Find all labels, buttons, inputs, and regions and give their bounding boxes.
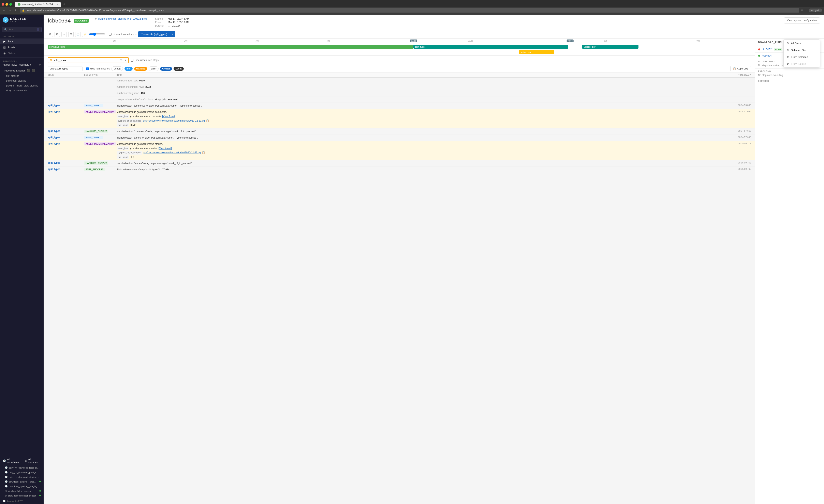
filter-critical-button[interactable]: Critical (160, 67, 172, 71)
schedule-item-3[interactable]: 🕐 download_pipeline__prod... (0, 479, 43, 484)
gantt-bar-upload-stor[interactable]: upload_stor (582, 45, 638, 48)
copy-path-icon-8[interactable]: 📋 (202, 151, 205, 154)
browser-chrome: download_pipeline fcb5c694... ✕ + ← → ↻ … (0, 0, 824, 15)
log-solid-10[interactable]: split_types (47, 168, 84, 170)
view-tags-button[interactable]: View tags and configuration (784, 17, 820, 23)
tab-close-icon[interactable]: ✕ (57, 3, 58, 6)
log-solid-9[interactable]: split_types (47, 161, 84, 164)
runs-icon: ▶ (3, 40, 6, 43)
log-path-link-8[interactable]: gs://hackernews-elementl-prod/stories/20… (143, 151, 201, 154)
minimize-button[interactable] (5, 3, 8, 6)
log-path-link-5[interactable]: gs://hackernews-elementl-prod/comments/2… (143, 119, 205, 123)
assets-icon: ◫ (3, 46, 6, 49)
gantt-zoom-slider[interactable] (89, 33, 105, 36)
hide-not-started-checkbox[interactable] (109, 33, 111, 36)
copy-path-icon-5[interactable]: 📋 (206, 119, 209, 123)
log-solid-7[interactable]: split_types (47, 136, 84, 139)
log-key-rowcount-5: row_count (117, 123, 129, 127)
filter-event-button[interactable]: Event (174, 67, 184, 71)
schedule-item-1[interactable]: 🕐 daily_hn_download_prod_s... (0, 470, 43, 475)
sidebar-item-pipeline-failure[interactable]: pipeline_failure_alert_pipeline (0, 83, 43, 88)
status-icon: ◉ (3, 52, 6, 55)
log-solid-4[interactable]: split_types (47, 104, 84, 107)
re-execute-button[interactable]: Re-execute (split_types) (138, 31, 170, 37)
log-solid-5[interactable]: split_types (47, 110, 84, 113)
log-badge-asset-mat-5: ASSET_MATERIALIZATION (84, 110, 116, 113)
run-pipeline-link[interactable]: Run of download_pipeline @ c4030b32: pro… (98, 17, 147, 20)
log-ts-6: 08:34:57.663 (719, 130, 751, 132)
gantt-bar-upload-co[interactable]: upload_co (519, 50, 554, 54)
maximize-button[interactable] (9, 3, 12, 6)
gantt-view-toggle-1[interactable]: ≡ (62, 32, 67, 37)
all-schedules-link[interactable]: All schedules (7, 458, 22, 464)
run-duration-row: Duration ⏱ 0:01:27 (155, 24, 189, 27)
re-execute-dropdown-button[interactable]: ▾ (170, 31, 175, 37)
repo-refresh-icon[interactable]: ↻ (39, 64, 41, 66)
step-input-wrapper: ⚙ ⇅ ▲ (47, 57, 129, 63)
log-search-input[interactable] (47, 66, 83, 71)
address-bar[interactable]: 🔒 demo.elementl.show/instance/runs/fcb5c… (20, 8, 799, 13)
filter-error-button[interactable]: Error (148, 67, 159, 71)
more-icon[interactable]: ⋮ (805, 8, 807, 12)
refresh-button[interactable]: ↻ (14, 8, 18, 12)
log-view-asset-5[interactable]: [View Asset] (162, 114, 175, 118)
search-box[interactable]: 🔍 Search... / (2, 27, 41, 32)
run-ended-value: Mar 17, 8:35:13 AM (168, 21, 189, 24)
new-tab-button[interactable]: + (62, 2, 67, 6)
sidebar-item-assets[interactable]: ◫ Assets (0, 44, 43, 50)
filter-warning-button[interactable]: Warning (134, 67, 147, 71)
sidebar-item-story-recommender[interactable]: story_recommender (0, 88, 43, 93)
gantt-bar-download-items[interactable]: download_items (47, 45, 413, 48)
gantt-zoom-fit-button[interactable]: ⊞ (47, 32, 53, 37)
run-item-id-0[interactable]: b810d742 (762, 48, 772, 51)
forward-button[interactable]: → (8, 8, 13, 12)
log-kv-rowcount-5: row_count 3972 (117, 123, 719, 127)
sidebar-item-runs[interactable]: ▶ Runs (0, 38, 43, 44)
schedule-item-0[interactable]: 🕐 daily_hn_download_local_sc... (0, 465, 43, 470)
hide-non-matches-checkbox[interactable] (86, 68, 89, 70)
gantt-view-toggle-2[interactable]: ⊞ (68, 32, 74, 37)
sidebar-item-download-pipeline[interactable]: download_pipeline (0, 79, 43, 83)
gantt-view-toggle-3[interactable]: 🕐 (75, 32, 81, 37)
schedule-item-label-6: story_recommender_sensor (8, 495, 38, 497)
schedule-item-5[interactable]: ◎ pipeline_failure_sensor (0, 489, 43, 493)
back-button[interactable]: ← (2, 8, 6, 12)
log-solid-8[interactable]: split_types (47, 142, 84, 145)
step-sort-asc-icon[interactable]: ⇅ (120, 58, 123, 62)
gantt-view-toggle-4[interactable]: ⚡ (82, 32, 87, 37)
gantt-bar-split-types[interactable]: split_types (413, 45, 568, 48)
dropdown-item-selected-step[interactable]: ↻ Selected Step (784, 46, 820, 53)
schedule-item-2[interactable]: 🕐 daily_hn_download_staging_... (0, 475, 43, 479)
star-icon[interactable]: ☆ (801, 8, 803, 12)
all-sensors-link[interactable]: All sensors (28, 458, 41, 464)
gantt-zoom-reset-button[interactable]: ⊟ (55, 32, 60, 37)
re-execute-dropdown-menu: ↻ All Steps ↻ Selected Step ↻ From Selec… (784, 39, 820, 68)
run-started-row: Started Mar 17, 8:33:46 AM (155, 17, 189, 20)
log-event-6: HANDLED_OUTPUT (84, 130, 117, 133)
step-sort-desc-icon[interactable]: ▲ (124, 58, 127, 62)
repo-selector[interactable]: hacker_news_repository ▾ ↻ (3, 64, 41, 66)
sidebar-item-status[interactable]: ◉ Status (0, 50, 43, 56)
run-item-id-1[interactable]: fcb5c694 (762, 54, 772, 57)
log-view-asset-8[interactable]: [View Asset] (159, 146, 172, 150)
sidebar-item-dbt-pipeline[interactable]: dbt_pipeline (0, 74, 43, 79)
step-filter-input[interactable] (54, 59, 119, 62)
log-ts-7: 08:34:57.660 (719, 136, 751, 138)
hide-unselected-checkbox[interactable] (131, 59, 133, 61)
filter-debug-button[interactable]: Debug (111, 67, 123, 71)
log-event-5: ASSET_MATERIALIZATION (84, 110, 117, 113)
active-tab[interactable]: download_pipeline fcb5c694... ✕ (15, 2, 61, 7)
close-button[interactable] (2, 3, 4, 6)
schedule-item-6[interactable]: ◎ story_recommender_sensor (0, 493, 43, 498)
log-badge-step-output-4: STEP_OUTPUT (84, 104, 103, 107)
log-key-path-8: pyspark_df_to_parquet (117, 151, 142, 154)
filter-info-button[interactable]: Info (124, 67, 133, 71)
sidebar-item-pipelines-solids[interactable]: Pipelines & Solids ⬛ ⬛ (0, 68, 43, 74)
log-solid-6[interactable]: split_types (47, 130, 84, 132)
copy-url-button[interactable]: 📋 Copy URL (730, 66, 751, 71)
dropdown-item-all-steps[interactable]: ↻ All Steps (784, 40, 820, 46)
schedule-item-4[interactable]: 🕐 download_pipeline__staging... (0, 484, 43, 489)
log-row-1: number of comment rows 3972 (43, 84, 755, 90)
dropdown-item-from-selected[interactable]: ↻ From Selected (784, 53, 820, 60)
log-key-path-5: pyspark_df_to_parquet (117, 119, 142, 123)
